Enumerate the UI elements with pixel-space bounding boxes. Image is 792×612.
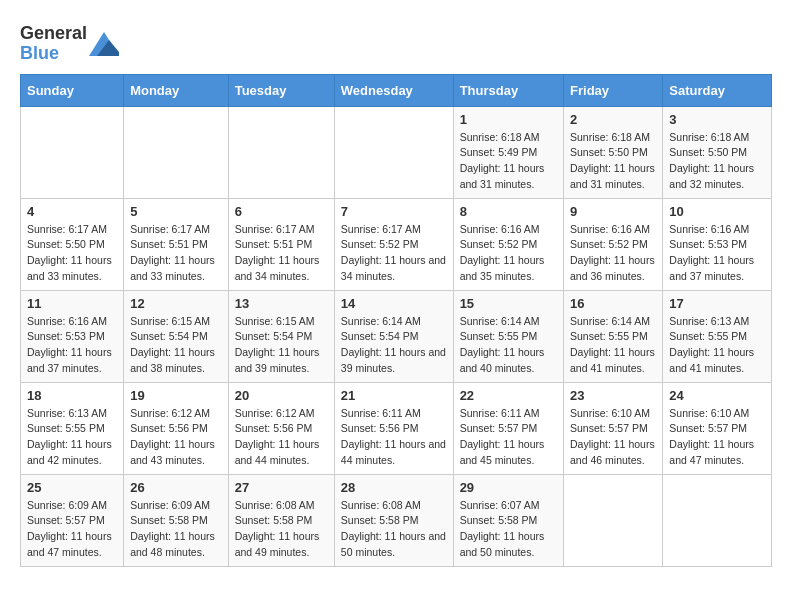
week-row-5: 25Sunrise: 6:09 AMSunset: 5:57 PMDayligh… [21,474,772,566]
header-day-monday: Monday [124,74,229,106]
day-info: Sunrise: 6:14 AMSunset: 5:54 PMDaylight:… [341,314,447,377]
calendar-cell: 11Sunrise: 6:16 AMSunset: 5:53 PMDayligh… [21,290,124,382]
logo-icon [89,32,119,56]
week-row-2: 4Sunrise: 6:17 AMSunset: 5:50 PMDaylight… [21,198,772,290]
day-number: 16 [570,296,656,311]
day-info: Sunrise: 6:11 AMSunset: 5:56 PMDaylight:… [341,406,447,469]
day-number: 21 [341,388,447,403]
header-day-saturday: Saturday [663,74,772,106]
week-row-1: 1Sunrise: 6:18 AMSunset: 5:49 PMDaylight… [21,106,772,198]
calendar-cell: 25Sunrise: 6:09 AMSunset: 5:57 PMDayligh… [21,474,124,566]
day-number: 22 [460,388,557,403]
day-number: 9 [570,204,656,219]
day-info: Sunrise: 6:18 AMSunset: 5:49 PMDaylight:… [460,130,557,193]
week-row-4: 18Sunrise: 6:13 AMSunset: 5:55 PMDayligh… [21,382,772,474]
header-day-thursday: Thursday [453,74,563,106]
day-info: Sunrise: 6:13 AMSunset: 5:55 PMDaylight:… [27,406,117,469]
calendar-cell: 1Sunrise: 6:18 AMSunset: 5:49 PMDaylight… [453,106,563,198]
calendar-cell: 12Sunrise: 6:15 AMSunset: 5:54 PMDayligh… [124,290,229,382]
logo-blue: Blue [20,43,59,63]
day-number: 13 [235,296,328,311]
day-number: 28 [341,480,447,495]
day-number: 12 [130,296,222,311]
calendar-cell: 21Sunrise: 6:11 AMSunset: 5:56 PMDayligh… [334,382,453,474]
day-info: Sunrise: 6:15 AMSunset: 5:54 PMDaylight:… [130,314,222,377]
day-number: 14 [341,296,447,311]
day-info: Sunrise: 6:10 AMSunset: 5:57 PMDaylight:… [570,406,656,469]
calendar-cell: 18Sunrise: 6:13 AMSunset: 5:55 PMDayligh… [21,382,124,474]
calendar-cell: 20Sunrise: 6:12 AMSunset: 5:56 PMDayligh… [228,382,334,474]
day-number: 25 [27,480,117,495]
logo: GeneralBlue [20,24,119,64]
day-info: Sunrise: 6:09 AMSunset: 5:57 PMDaylight:… [27,498,117,561]
week-row-3: 11Sunrise: 6:16 AMSunset: 5:53 PMDayligh… [21,290,772,382]
day-info: Sunrise: 6:09 AMSunset: 5:58 PMDaylight:… [130,498,222,561]
calendar-cell: 28Sunrise: 6:08 AMSunset: 5:58 PMDayligh… [334,474,453,566]
calendar-cell: 8Sunrise: 6:16 AMSunset: 5:52 PMDaylight… [453,198,563,290]
day-info: Sunrise: 6:17 AMSunset: 5:51 PMDaylight:… [235,222,328,285]
calendar-cell: 13Sunrise: 6:15 AMSunset: 5:54 PMDayligh… [228,290,334,382]
day-number: 23 [570,388,656,403]
day-info: Sunrise: 6:16 AMSunset: 5:53 PMDaylight:… [669,222,765,285]
calendar-cell [21,106,124,198]
day-number: 29 [460,480,557,495]
calendar-header: SundayMondayTuesdayWednesdayThursdayFrid… [21,74,772,106]
calendar-cell [228,106,334,198]
day-info: Sunrise: 6:08 AMSunset: 5:58 PMDaylight:… [341,498,447,561]
calendar-cell: 24Sunrise: 6:10 AMSunset: 5:57 PMDayligh… [663,382,772,474]
day-number: 2 [570,112,656,127]
calendar-cell: 10Sunrise: 6:16 AMSunset: 5:53 PMDayligh… [663,198,772,290]
calendar-cell [334,106,453,198]
logo-text: GeneralBlue [20,24,87,64]
day-info: Sunrise: 6:18 AMSunset: 5:50 PMDaylight:… [669,130,765,193]
calendar-cell: 23Sunrise: 6:10 AMSunset: 5:57 PMDayligh… [564,382,663,474]
day-info: Sunrise: 6:10 AMSunset: 5:57 PMDaylight:… [669,406,765,469]
calendar-cell: 16Sunrise: 6:14 AMSunset: 5:55 PMDayligh… [564,290,663,382]
day-number: 1 [460,112,557,127]
calendar-table: SundayMondayTuesdayWednesdayThursdayFrid… [20,74,772,567]
calendar-cell [124,106,229,198]
day-info: Sunrise: 6:14 AMSunset: 5:55 PMDaylight:… [570,314,656,377]
day-info: Sunrise: 6:08 AMSunset: 5:58 PMDaylight:… [235,498,328,561]
day-number: 26 [130,480,222,495]
day-number: 17 [669,296,765,311]
day-number: 10 [669,204,765,219]
day-number: 7 [341,204,447,219]
day-number: 5 [130,204,222,219]
calendar-cell: 2Sunrise: 6:18 AMSunset: 5:50 PMDaylight… [564,106,663,198]
day-info: Sunrise: 6:16 AMSunset: 5:53 PMDaylight:… [27,314,117,377]
day-number: 19 [130,388,222,403]
day-info: Sunrise: 6:14 AMSunset: 5:55 PMDaylight:… [460,314,557,377]
calendar-cell [663,474,772,566]
day-number: 4 [27,204,117,219]
day-number: 8 [460,204,557,219]
day-info: Sunrise: 6:17 AMSunset: 5:52 PMDaylight:… [341,222,447,285]
day-number: 18 [27,388,117,403]
calendar-cell: 22Sunrise: 6:11 AMSunset: 5:57 PMDayligh… [453,382,563,474]
calendar-cell: 17Sunrise: 6:13 AMSunset: 5:55 PMDayligh… [663,290,772,382]
day-number: 27 [235,480,328,495]
day-number: 24 [669,388,765,403]
calendar-cell: 15Sunrise: 6:14 AMSunset: 5:55 PMDayligh… [453,290,563,382]
calendar-cell: 5Sunrise: 6:17 AMSunset: 5:51 PMDaylight… [124,198,229,290]
calendar-cell: 4Sunrise: 6:17 AMSunset: 5:50 PMDaylight… [21,198,124,290]
day-info: Sunrise: 6:18 AMSunset: 5:50 PMDaylight:… [570,130,656,193]
day-info: Sunrise: 6:07 AMSunset: 5:58 PMDaylight:… [460,498,557,561]
day-info: Sunrise: 6:16 AMSunset: 5:52 PMDaylight:… [460,222,557,285]
day-number: 6 [235,204,328,219]
calendar-cell: 19Sunrise: 6:12 AMSunset: 5:56 PMDayligh… [124,382,229,474]
day-number: 3 [669,112,765,127]
calendar-cell: 26Sunrise: 6:09 AMSunset: 5:58 PMDayligh… [124,474,229,566]
header-day-friday: Friday [564,74,663,106]
day-info: Sunrise: 6:13 AMSunset: 5:55 PMDaylight:… [669,314,765,377]
header-day-tuesday: Tuesday [228,74,334,106]
day-number: 15 [460,296,557,311]
day-info: Sunrise: 6:12 AMSunset: 5:56 PMDaylight:… [130,406,222,469]
calendar-cell: 9Sunrise: 6:16 AMSunset: 5:52 PMDaylight… [564,198,663,290]
calendar-cell: 14Sunrise: 6:14 AMSunset: 5:54 PMDayligh… [334,290,453,382]
day-info: Sunrise: 6:15 AMSunset: 5:54 PMDaylight:… [235,314,328,377]
calendar-body: 1Sunrise: 6:18 AMSunset: 5:49 PMDaylight… [21,106,772,566]
header-row: SundayMondayTuesdayWednesdayThursdayFrid… [21,74,772,106]
day-info: Sunrise: 6:17 AMSunset: 5:50 PMDaylight:… [27,222,117,285]
header-day-sunday: Sunday [21,74,124,106]
